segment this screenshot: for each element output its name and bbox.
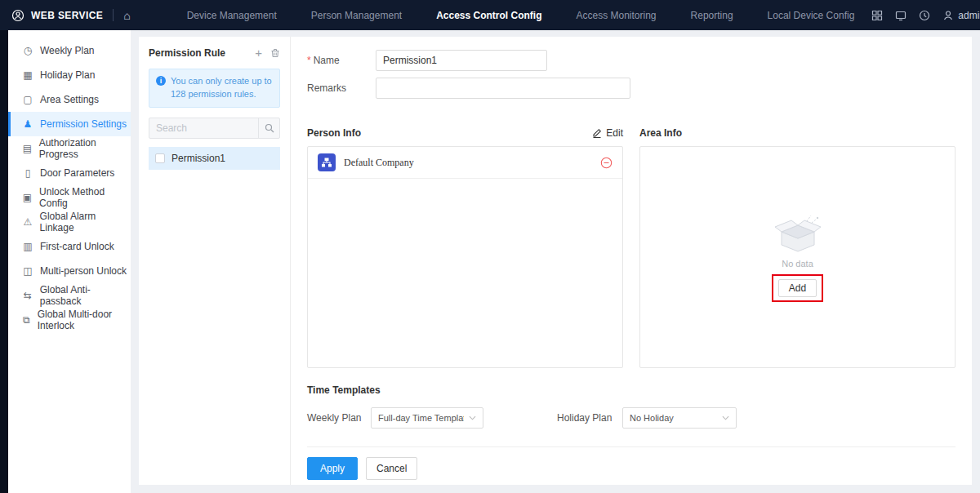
anti-passback-icon: ⇆ <box>20 290 35 301</box>
topbar-right: admin <box>871 10 980 21</box>
chevron-down-icon <box>722 415 729 420</box>
holiday-plan-select[interactable]: No Holiday <box>622 407 737 429</box>
chevron-down-icon <box>469 415 476 420</box>
sidebar-item-holiday-plan[interactable]: ▦ Holiday Plan <box>8 63 131 87</box>
brand-name: WEB SERVICE <box>31 10 103 21</box>
rule-search-input[interactable] <box>149 122 258 134</box>
sidebar-item-label: Weekly Plan <box>40 45 94 56</box>
time-templates-title: Time Templates <box>307 384 956 396</box>
user-menu[interactable]: admin <box>942 10 980 21</box>
remarks-label: Remarks <box>307 82 376 94</box>
person-info-panel: Default Company <box>307 146 623 368</box>
weekly-plan-value: Full-day Time Template <box>378 413 464 423</box>
home-icon[interactable]: ⌂ <box>123 9 130 22</box>
weekly-plan-icon: ◷ <box>20 45 35 56</box>
sidebar-item-global-anti-passback[interactable]: ⇆ Global Anti-passback <box>8 283 131 308</box>
sidebar-item-first-card-unlock[interactable]: ▥ First-card Unlock <box>8 234 131 259</box>
weekly-plan-label: Weekly Plan <box>307 412 371 424</box>
nav-reporting[interactable]: Reporting <box>674 0 751 30</box>
permission-settings-icon: ♟ <box>20 118 35 130</box>
rule-name: Permission1 <box>172 153 225 164</box>
name-input[interactable] <box>376 50 547 71</box>
sidebar-item-label: Door Parameters <box>40 167 114 179</box>
door-parameters-icon: ▯ <box>20 167 35 179</box>
permission-rule-panel: Permission Rule + i You can only create … <box>139 37 291 485</box>
delete-rule-icon[interactable] <box>270 48 280 58</box>
brand: WEB SERVICE ⌂ <box>0 9 142 22</box>
area-info-section: Area Info <box>639 123 956 368</box>
sidebar-item-door-parameters[interactable]: ▯ Door Parameters <box>8 161 131 185</box>
no-data-label: No data <box>782 259 813 269</box>
rule-checkbox[interactable] <box>155 153 165 163</box>
add-rule-icon[interactable]: + <box>255 47 262 59</box>
sidebar-item-weekly-plan[interactable]: ◷ Weekly Plan <box>8 38 131 63</box>
organization-icon <box>318 153 336 171</box>
rule-list-item[interactable]: Permission1 <box>149 147 280 170</box>
nav-local-device-config[interactable]: Local Device Config <box>751 0 872 30</box>
sidebar-item-label: Permission Settings <box>40 118 127 130</box>
pencil-icon <box>592 128 602 138</box>
nav-device-management[interactable]: Device Management <box>170 0 294 30</box>
edit-person-button[interactable]: Edit <box>592 127 623 139</box>
rule-limit-notice: i You can only create up to 128 permissi… <box>149 69 280 108</box>
nav-person-management[interactable]: Person Management <box>294 0 419 30</box>
sidebar: ◷ Weekly Plan ▦ Holiday Plan ▢ Area Sett… <box>8 30 131 493</box>
empty-box-illustration <box>771 213 825 255</box>
brand-logo-icon <box>11 9 24 22</box>
first-card-icon: ▥ <box>20 241 35 252</box>
user-name: admin <box>958 10 980 21</box>
brand-separator <box>113 9 114 21</box>
left-edge <box>0 30 8 493</box>
nav-access-monitoring[interactable]: Access Monitoring <box>559 0 674 30</box>
sidebar-item-global-alarm-linkage[interactable]: ⚠ Global Alarm Linkage <box>8 210 131 234</box>
multi-door-interlock-icon: ⧉ <box>20 314 33 326</box>
person-info-title: Person Info <box>307 127 361 139</box>
edit-label: Edit <box>606 127 623 139</box>
authorization-progress-icon: ▤ <box>20 143 34 154</box>
area-settings-icon: ▢ <box>20 94 35 105</box>
area-empty-state: No data Add <box>640 147 955 367</box>
apps-icon[interactable] <box>871 10 883 21</box>
sidebar-item-area-settings[interactable]: ▢ Area Settings <box>8 87 131 112</box>
name-label: *Name <box>307 55 376 66</box>
history-icon[interactable] <box>919 10 930 21</box>
apply-button[interactable]: Apply <box>307 457 358 480</box>
sidebar-item-label: Global Anti-passback <box>40 284 131 307</box>
form-footer: Apply Cancel <box>307 446 956 490</box>
sidebar-item-permission-settings[interactable]: ♟ Permission Settings <box>8 112 131 136</box>
sidebar-item-label: Multi-person Unlock <box>40 265 127 277</box>
sidebar-item-label: Area Settings <box>40 94 99 105</box>
sidebar-item-global-multi-door-interlock[interactable]: ⧉ Global Multi-door Interlock <box>8 308 131 332</box>
nav-access-control-config[interactable]: Access Control Config <box>419 0 559 30</box>
holiday-plan-value: No Holiday <box>630 413 717 423</box>
company-name: Default Company <box>344 157 600 169</box>
info-icon: i <box>156 76 166 86</box>
sidebar-item-multi-person-unlock[interactable]: ◫ Multi-person Unlock <box>8 259 131 283</box>
permission-form: *Name Remarks Person Info <box>291 37 972 485</box>
sidebar-item-authorization-progress[interactable]: ▤ Authorization Progress <box>8 136 131 161</box>
multi-person-icon: ◫ <box>20 265 35 277</box>
area-info-panel: No data Add <box>639 146 956 368</box>
content-card: Permission Rule + i You can only create … <box>139 37 972 485</box>
time-templates-section: Time Templates Weekly Plan Full-day Time… <box>307 384 956 429</box>
device-icon[interactable] <box>895 10 906 21</box>
top-navigation: Device Management Person Management Acce… <box>170 0 872 30</box>
topbar: WEB SERVICE ⌂ Device Management Person M… <box>0 0 980 30</box>
weekly-plan-select[interactable]: Full-day Time Template <box>371 407 483 429</box>
cancel-button[interactable]: Cancel <box>366 457 417 480</box>
area-info-title: Area Info <box>639 127 682 139</box>
sidebar-item-label: Global Alarm Linkage <box>40 211 131 233</box>
sidebar-item-label: Authorization Progress <box>39 137 131 160</box>
rule-search <box>149 118 280 139</box>
content-outer: Permission Rule + i You can only create … <box>131 30 980 493</box>
remove-company-icon[interactable] <box>600 157 612 169</box>
search-icon[interactable] <box>258 118 279 138</box>
user-icon <box>942 10 954 21</box>
add-area-button[interactable]: Add <box>778 279 817 297</box>
rule-limit-text: You can only create up to 128 permission… <box>171 75 273 101</box>
sidebar-item-unlock-method-config[interactable]: ▣ Unlock Method Config <box>8 185 131 210</box>
remarks-input[interactable] <box>376 78 630 99</box>
sidebar-item-label: Global Multi-door Interlock <box>38 309 131 331</box>
rule-panel-title: Permission Rule <box>149 47 247 59</box>
rule-list: Permission1 <box>149 147 280 170</box>
